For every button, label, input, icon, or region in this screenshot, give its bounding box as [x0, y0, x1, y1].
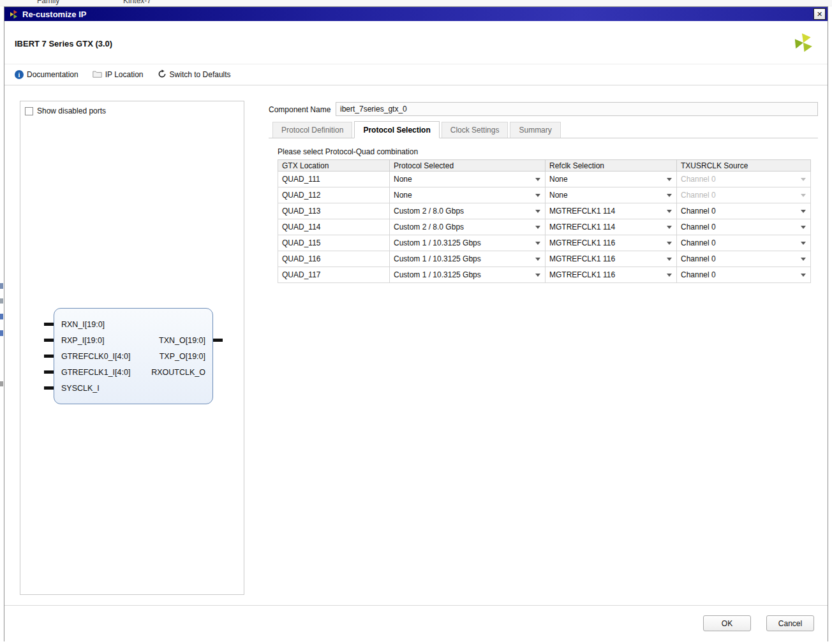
protocol-selected-dropdown[interactable]: None [390, 187, 545, 203]
input-port-label: RXP_I[19:0] [61, 336, 104, 345]
ok-button[interactable]: OK [703, 615, 751, 631]
refclk-selection-dropdown[interactable]: MGTREFCLK1 114 [546, 219, 676, 235]
txusrclk-source-dropdown[interactable]: Channel 0 [677, 235, 810, 251]
protocol-quad-table: GTX LocationProtocol SelectedRefclk Sele… [278, 159, 811, 283]
gtx-location-cell: QUAD_113 [278, 203, 390, 219]
input-port-label: SYSCLK_I [61, 384, 100, 393]
background-window-strip: Family Kintex-7 [0, 0, 832, 6]
protocol-selected-dropdown[interactable]: Custom 2 / 8.0 Gbps [390, 203, 545, 219]
dropdown-cell: Channel 0 [677, 172, 811, 187]
dropdown-value: None [394, 191, 412, 200]
gtx-location-cell: QUAD_117 [278, 267, 390, 283]
txusrclk-source-dropdown[interactable]: Channel 0 [677, 219, 810, 235]
chevron-down-icon [535, 258, 540, 261]
configuration-panel: Component Name Protocol DefinitionProtoc… [269, 101, 818, 595]
page-title: IBERT 7 Series GTX (3.0) [15, 39, 112, 48]
tab-bar: Protocol DefinitionProtocol SelectionClo… [269, 122, 818, 138]
dropdown-cell: MGTREFCLK1 114 [546, 203, 677, 219]
chevron-down-icon [667, 274, 672, 277]
background-text-fragment: Kintex-7 [123, 0, 151, 5]
switch-to-defaults-label: Switch to Defaults [170, 70, 231, 79]
refclk-selection-dropdown[interactable]: MGTREFCLK1 116 [546, 235, 676, 251]
column-header-protocol-selected: Protocol Selected [390, 160, 546, 172]
column-header-txusrclk-source: TXUSRCLK Source [677, 160, 811, 172]
chevron-down-icon [667, 242, 672, 245]
port-row: RXP_I[19:0]TXN_O[19:0] [61, 332, 205, 348]
dropdown-value: Channel 0 [681, 207, 716, 216]
dropdown-cell: MGTREFCLK1 116 [546, 267, 677, 283]
dropdown-value: Channel 0 [681, 191, 716, 200]
table-row: QUAD_116Custom 1 / 10.3125 GbpsMGTREFCLK… [278, 251, 811, 267]
input-port-stub [44, 339, 54, 342]
protocol-selected-dropdown[interactable]: Custom 1 / 10.3125 Gbps [390, 267, 545, 282]
close-icon: ✕ [817, 11, 822, 18]
dialog-title: Re-customize IP [22, 10, 813, 19]
tab-summary[interactable]: Summary [510, 122, 560, 138]
screen: Family Kintex-7 Re-customize IP ✕ IBERT … [0, 0, 832, 644]
input-port-stub [44, 355, 54, 358]
ip-location-label: IP Location [105, 70, 144, 79]
input-port-label: GTREFCLK0_I[4:0] [61, 352, 130, 361]
tab-clock-settings[interactable]: Clock Settings [442, 122, 509, 138]
refclk-selection-dropdown[interactable]: None [546, 172, 676, 187]
refclk-selection-dropdown[interactable]: MGTREFCLK1 114 [546, 203, 676, 219]
chevron-down-icon [801, 274, 806, 277]
folder-icon [93, 70, 102, 80]
chevron-down-icon [535, 226, 540, 229]
gtx-location-cell: QUAD_112 [278, 187, 390, 203]
input-port-stub [44, 386, 54, 390]
tab-protocol-definition[interactable]: Protocol Definition [272, 122, 352, 138]
txusrclk-source-dropdown[interactable]: Channel 0 [677, 251, 810, 267]
chevron-down-icon [667, 258, 672, 261]
close-button[interactable]: ✕ [813, 8, 826, 20]
chevron-down-icon [801, 226, 806, 229]
dropdown-value: Channel 0 [681, 238, 716, 247]
background-edge-artifact [0, 314, 3, 319]
refclk-selection-dropdown[interactable]: None [546, 187, 676, 203]
protocol-selected-dropdown[interactable]: Custom 1 / 10.3125 Gbps [390, 235, 545, 251]
dropdown-cell: Custom 1 / 10.3125 Gbps [390, 251, 546, 267]
dropdown-cell: Custom 1 / 10.3125 Gbps [390, 235, 546, 251]
xilinx-logo [792, 31, 815, 54]
dropdown-cell: Channel 0 [677, 219, 811, 235]
chevron-down-icon [801, 210, 806, 213]
component-name-label: Component Name [269, 105, 331, 114]
refclk-selection-dropdown[interactable]: MGTREFCLK1 116 [546, 267, 676, 282]
protocol-selected-dropdown[interactable]: Custom 2 / 8.0 Gbps [390, 219, 545, 235]
show-disabled-ports-checkbox[interactable] [25, 107, 33, 115]
dropdown-value: Custom 2 / 8.0 Gbps [394, 223, 464, 231]
ip-location-button[interactable]: IP Location [93, 70, 144, 80]
table-row: QUAD_115Custom 1 / 10.3125 GbpsMGTREFCLK… [278, 235, 811, 251]
chevron-down-icon [801, 242, 806, 245]
txusrclk-source-dropdown[interactable]: Channel 0 [677, 267, 810, 282]
cancel-button[interactable]: Cancel [766, 615, 814, 631]
documentation-button[interactable]: i Documentation [15, 70, 78, 79]
tab-protocol-selection[interactable]: Protocol Selection [354, 121, 439, 138]
switch-to-defaults-button[interactable]: Switch to Defaults [158, 70, 231, 80]
component-name-input[interactable] [336, 102, 818, 116]
dropdown-value: Channel 0 [681, 254, 716, 263]
chevron-down-icon [801, 178, 806, 181]
dialog-header: IBERT 7 Series GTX (3.0) [4, 21, 828, 64]
output-port-label: RXOUTCLK_O [151, 368, 205, 377]
vivado-app-icon [9, 10, 19, 19]
dropdown-value: Channel 0 [681, 270, 716, 279]
show-disabled-ports-option[interactable]: Show disabled ports [25, 106, 106, 115]
table-row: QUAD_113Custom 2 / 8.0 GbpsMGTREFCLK1 11… [278, 203, 811, 219]
protocol-selected-dropdown[interactable]: None [390, 172, 545, 187]
table-row: QUAD_114Custom 2 / 8.0 GbpsMGTREFCLK1 11… [278, 219, 811, 235]
dropdown-cell: None [390, 172, 546, 187]
dropdown-cell: Channel 0 [677, 267, 811, 283]
protocol-selected-dropdown[interactable]: Custom 1 / 10.3125 Gbps [390, 251, 545, 267]
txusrclk-source-dropdown[interactable]: Channel 0 [677, 203, 810, 219]
dropdown-value: None [549, 175, 568, 184]
dropdown-value: MGTREFCLK1 114 [549, 223, 615, 231]
instruction-text: Please select Protocol-Quad combination [278, 147, 418, 156]
chevron-down-icon [801, 194, 806, 197]
background-edge-artifact [0, 283, 3, 289]
chevron-down-icon [801, 258, 806, 261]
table-row: QUAD_112NoneNoneChannel 0 [278, 187, 811, 203]
dropdown-value: MGTREFCLK1 116 [549, 270, 615, 279]
refclk-selection-dropdown[interactable]: MGTREFCLK1 116 [546, 251, 676, 267]
chevron-down-icon [535, 210, 540, 213]
